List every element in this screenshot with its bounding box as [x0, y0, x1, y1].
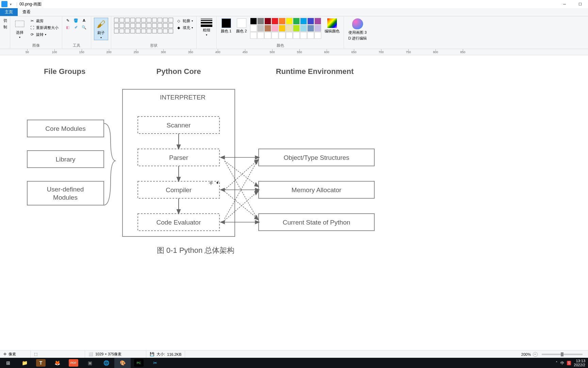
shape-cell[interactable]: [136, 29, 141, 33]
color1-button[interactable]: 颜色 1: [219, 18, 233, 34]
shape-cell[interactable]: [147, 18, 151, 22]
shape-cell[interactable]: [141, 18, 146, 22]
color-swatch[interactable]: [314, 18, 321, 25]
shape-cell[interactable]: [168, 29, 173, 33]
edit-colors-button[interactable]: 编辑颜色: [323, 18, 341, 34]
color-swatch[interactable]: [293, 18, 300, 25]
tray-chevron-icon[interactable]: ˄: [556, 361, 558, 365]
shape-cell[interactable]: [141, 29, 146, 33]
color-palette[interactable]: [250, 18, 321, 39]
shape-cell[interactable]: [152, 29, 157, 33]
shape-cell[interactable]: [130, 23, 135, 28]
shape-cell[interactable]: [125, 23, 130, 28]
select-button[interactable]: 选择 ▾: [13, 18, 27, 40]
fill-icon[interactable]: 🪣: [73, 18, 79, 23]
shape-cell[interactable]: [114, 18, 119, 22]
color-swatch[interactable]: [300, 18, 307, 25]
maximize-button[interactable]: ☐: [572, 0, 588, 8]
color-swatch[interactable]: [286, 18, 293, 25]
firefox-icon[interactable]: 🦊: [49, 358, 65, 368]
pycharm-icon[interactable]: PC: [134, 359, 144, 367]
shape-cell[interactable]: [168, 23, 173, 28]
picker-icon[interactable]: ✐: [73, 25, 79, 30]
shape-cell[interactable]: [163, 29, 168, 33]
color-swatch[interactable]: [250, 25, 257, 32]
terminal-icon[interactable]: ▣: [82, 358, 98, 368]
color-swatch[interactable]: [314, 32, 321, 39]
shape-cell[interactable]: [158, 23, 162, 28]
tab-file[interactable]: 主页: [0, 8, 18, 16]
color-swatch[interactable]: [314, 25, 321, 32]
zoom-slider[interactable]: [542, 354, 583, 355]
sogou-icon[interactable]: S: [567, 361, 571, 365]
size-button[interactable]: 粗细 ▾: [199, 18, 214, 37]
color-swatch[interactable]: [293, 32, 300, 39]
color-swatch[interactable]: [300, 25, 307, 32]
shape-cell[interactable]: [147, 23, 151, 28]
color-swatch[interactable]: [257, 32, 264, 39]
outline-button[interactable]: ◇轮廓 ▾: [175, 18, 194, 24]
pencil-icon[interactable]: ✎: [65, 18, 70, 23]
resize-button[interactable]: ⛶重新调整大小: [29, 25, 59, 31]
zoom-out-button[interactable]: −: [533, 352, 538, 357]
shape-cell[interactable]: [130, 29, 135, 33]
color-swatch[interactable]: [250, 18, 257, 25]
pdf-icon[interactable]: PDF: [69, 359, 78, 367]
text-icon[interactable]: A: [81, 18, 87, 23]
ime-indicator[interactable]: 中: [560, 361, 564, 366]
eraser-icon[interactable]: ◧: [65, 25, 70, 30]
shape-cell[interactable]: [119, 23, 124, 28]
minimize-button[interactable]: ─: [557, 0, 572, 8]
color-swatch[interactable]: [257, 18, 264, 25]
color-swatch[interactable]: [264, 32, 271, 39]
color-swatch[interactable]: [286, 25, 293, 32]
system-tray[interactable]: ˄ 中 S 13:13 2022/2: [556, 359, 588, 367]
color-swatch[interactable]: [250, 32, 257, 39]
brushes-button[interactable]: 🖌 刷子 ▾: [94, 18, 108, 40]
color-swatch[interactable]: [272, 25, 278, 32]
crop-button[interactable]: ✂裁剪: [29, 18, 59, 24]
color-swatch[interactable]: [264, 25, 271, 32]
color-swatch[interactable]: [307, 18, 314, 25]
color-swatch[interactable]: [279, 32, 285, 39]
shape-cell[interactable]: [130, 18, 135, 22]
shape-cell[interactable]: [125, 29, 130, 33]
shape-cell[interactable]: [125, 18, 130, 22]
shape-cell[interactable]: [114, 29, 119, 33]
magnifier-icon[interactable]: 🔍: [81, 25, 87, 30]
color-swatch[interactable]: [257, 25, 264, 32]
shape-cell[interactable]: [119, 18, 124, 22]
color-swatch[interactable]: [286, 32, 293, 39]
qat-dropdown-icon[interactable]: ▾: [10, 2, 14, 6]
color-swatch[interactable]: [279, 18, 285, 25]
shape-cell[interactable]: [152, 23, 157, 28]
fill-button[interactable]: ◆填充 ▾: [175, 25, 194, 31]
color-swatch[interactable]: [307, 25, 314, 32]
shape-cell[interactable]: [147, 29, 151, 33]
color-swatch[interactable]: [279, 25, 285, 32]
explorer-icon[interactable]: 📁: [16, 358, 33, 368]
color-swatch[interactable]: [293, 25, 300, 32]
shape-cell[interactable]: [158, 29, 162, 33]
shape-cell[interactable]: [163, 23, 168, 28]
tab-view[interactable]: 查看: [18, 8, 35, 16]
shape-cell[interactable]: [168, 18, 173, 22]
text-app-icon[interactable]: T: [36, 359, 46, 367]
color-swatch[interactable]: [300, 32, 307, 39]
shape-cell[interactable]: [158, 18, 162, 22]
shape-cell[interactable]: [141, 23, 146, 28]
shapes-gallery[interactable]: [114, 18, 173, 33]
color-swatch[interactable]: [272, 18, 278, 25]
color-swatch[interactable]: [307, 32, 314, 39]
copy-button[interactable]: 制: [3, 24, 8, 30]
paint-taskbar-icon[interactable]: 🎨: [114, 358, 131, 368]
shape-cell[interactable]: [152, 18, 157, 22]
color-swatch[interactable]: [264, 18, 271, 25]
chrome-icon[interactable]: 🌐: [98, 358, 114, 368]
shape-cell[interactable]: [119, 29, 124, 33]
canvas-area[interactable]: File Groups Python Core Runtime Environm…: [0, 55, 588, 351]
color-swatch[interactable]: [272, 32, 278, 39]
shape-cell[interactable]: [136, 18, 141, 22]
paint3d-button[interactable]: 使用画图 3 D 进行编辑: [347, 18, 368, 42]
shape-cell[interactable]: [114, 23, 119, 28]
